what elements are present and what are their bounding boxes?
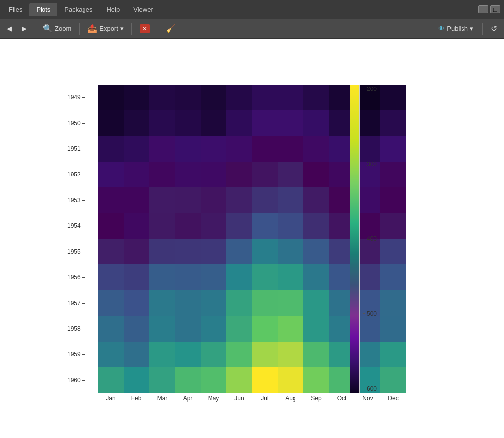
publish-button[interactable]: 👁 Publish ▾ xyxy=(433,23,478,34)
heatmap-cell xyxy=(175,264,201,290)
y-axis-label: 1960 – xyxy=(67,367,88,393)
publish-dropdown-icon: ▾ xyxy=(470,25,473,32)
heatmap-cell xyxy=(149,187,175,213)
heatmap-cell xyxy=(226,367,252,393)
heatmap-cell xyxy=(252,264,278,290)
zoom-label: Zoom xyxy=(55,25,71,32)
heatmap-cell xyxy=(124,316,149,342)
minimize-button[interactable]: — xyxy=(478,5,488,13)
heatmap-cell xyxy=(201,367,226,393)
heatmap-cell xyxy=(252,85,278,110)
x-axis-label: Mar xyxy=(149,395,175,402)
heatmap-cell xyxy=(175,316,201,342)
heatmap-cell xyxy=(124,264,149,290)
colorbar-tick: 600 xyxy=(363,385,377,392)
tab-viewer[interactable]: Viewer xyxy=(126,3,160,16)
heatmap-cell xyxy=(226,316,252,342)
export-button[interactable]: 📤 Export ▾ xyxy=(84,22,127,35)
maximize-button[interactable]: □ xyxy=(490,5,500,13)
heatmap-cell xyxy=(149,213,175,239)
x-axis-label: Sep xyxy=(303,395,329,402)
heatmap-cell xyxy=(303,264,329,290)
heatmap-cell xyxy=(149,367,175,393)
heatmap-cell xyxy=(380,110,406,136)
heatmap-cell xyxy=(278,213,303,239)
heatmap-cell xyxy=(175,136,201,162)
window-controls: — □ xyxy=(478,5,502,13)
colorbar-tick: 500 xyxy=(363,310,377,317)
heatmap-cell xyxy=(201,136,226,162)
clear-button[interactable]: ✕ xyxy=(136,22,154,35)
broom-button[interactable]: 🧹 xyxy=(162,22,180,35)
export-dropdown-icon: ▾ xyxy=(120,25,124,32)
refresh-icon: ↺ xyxy=(491,24,497,33)
x-axis-label: Apr xyxy=(175,395,201,402)
heatmap-cell xyxy=(98,213,124,239)
heatmap-cell xyxy=(149,136,175,162)
broom-icon: 🧹 xyxy=(166,24,176,33)
heatmap-cell xyxy=(149,290,175,316)
y-axis-label: 1955 – xyxy=(67,239,88,264)
colorbar-tick: 400 xyxy=(363,235,377,242)
heatmap-cell xyxy=(98,136,124,162)
nav-bar: Files Plots Packages Help Viewer — □ xyxy=(0,0,504,19)
export-label: Export xyxy=(99,25,118,32)
y-axis-label: 1956 – xyxy=(67,264,88,290)
heatmap-cell xyxy=(252,290,278,316)
heatmap-cell xyxy=(124,85,149,110)
heatmap-cell xyxy=(201,162,226,187)
zoom-button[interactable]: 🔍 Zoom xyxy=(39,22,75,35)
heatmap-cell xyxy=(201,213,226,239)
heatmap-cell xyxy=(201,290,226,316)
separator-1 xyxy=(35,23,35,35)
tab-packages[interactable]: Packages xyxy=(57,3,99,16)
x-axis-label: Dec xyxy=(380,395,406,402)
heatmap-cell xyxy=(226,213,252,239)
heatmap-cell xyxy=(124,213,149,239)
heatmap-cell xyxy=(380,162,406,187)
heatmap-cell xyxy=(124,290,149,316)
heatmap-cell xyxy=(380,316,406,342)
heatmap-cell xyxy=(175,239,201,264)
heatmap-cell xyxy=(175,162,201,187)
heatmap-cell xyxy=(175,342,201,367)
heatmap-cell xyxy=(380,136,406,162)
heatmap-cell xyxy=(201,239,226,264)
clear-icon: ✕ xyxy=(140,24,150,33)
forward-button[interactable]: ▶ xyxy=(18,23,31,34)
heatmap-cell xyxy=(278,85,303,110)
refresh-button[interactable]: ↺ xyxy=(487,22,501,35)
heatmap-cell xyxy=(303,290,329,316)
y-axis-label: 1949 – xyxy=(67,85,88,110)
heatmap-cell xyxy=(201,316,226,342)
back-button[interactable]: ◀ xyxy=(3,23,16,34)
heatmap-cell xyxy=(278,110,303,136)
heatmap-cell xyxy=(226,136,252,162)
heatmap-cell xyxy=(303,110,329,136)
heatmap-cell xyxy=(252,110,278,136)
separator-3 xyxy=(131,23,132,35)
x-axis-label: Aug xyxy=(278,395,303,402)
heatmap-cell xyxy=(226,110,252,136)
heatmap-cell xyxy=(149,342,175,367)
heatmap-cell xyxy=(98,85,124,110)
x-axis-label: May xyxy=(201,395,226,402)
heatmap-cell xyxy=(98,110,124,136)
heatmap-cell xyxy=(278,187,303,213)
plot-area: 1949 –1950 –1951 –1952 –1953 –1954 –1955… xyxy=(0,39,504,438)
heatmap-cell xyxy=(124,342,149,367)
heatmap-cell xyxy=(252,213,278,239)
heatmap-cell xyxy=(278,367,303,393)
heatmap-cell xyxy=(380,342,406,367)
heatmap-cell xyxy=(149,110,175,136)
tab-files[interactable]: Files xyxy=(2,3,29,16)
heatmap-cell xyxy=(303,162,329,187)
y-axis-label: 1952 – xyxy=(67,162,88,187)
x-axis-label: Jul xyxy=(252,395,278,402)
heatmap-cell xyxy=(124,367,149,393)
tab-plots[interactable]: Plots xyxy=(29,3,57,16)
heatmap-cell xyxy=(252,239,278,264)
heatmap-cell xyxy=(278,290,303,316)
tab-help[interactable]: Help xyxy=(99,3,126,16)
separator-2 xyxy=(79,23,80,35)
